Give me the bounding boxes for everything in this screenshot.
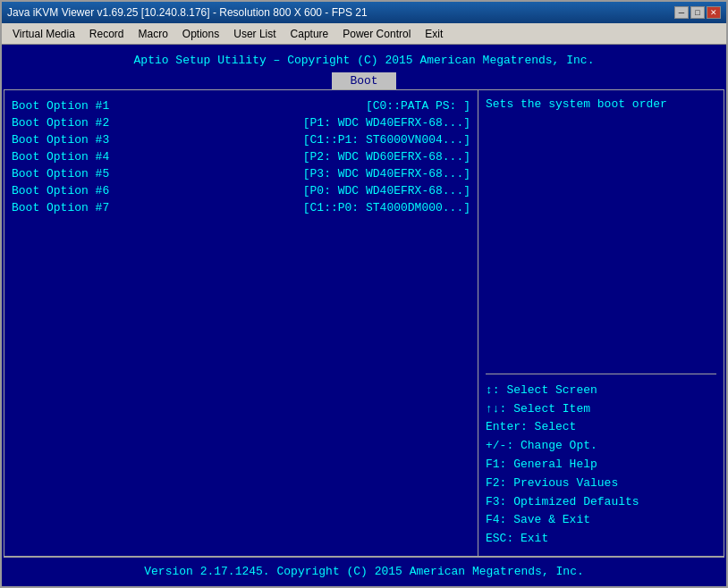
bios-help-text: Sets the system boot order bbox=[486, 97, 716, 374]
window-controls: ─ □ ✕ bbox=[674, 6, 721, 19]
menu-record[interactable]: Record bbox=[82, 26, 131, 42]
bios-footer-text: Version 2.17.1245. Copyright (C) 2015 Am… bbox=[144, 565, 583, 578]
boot-option-4[interactable]: Boot Option #4 [P2: WDC WD60EFRX-68...] bbox=[8, 148, 474, 165]
boot-value-3: [C1::P1: ST6000VN004...] bbox=[303, 133, 470, 147]
boot-option-1[interactable]: Boot Option #1 [C0::PATA PS: ] bbox=[8, 97, 474, 114]
shortcut-select-item: ↑↓: Select Item bbox=[486, 400, 716, 419]
shortcut-change-opt: +/-: Change Opt. bbox=[486, 437, 716, 456]
shortcut-f1: F1: General Help bbox=[486, 456, 716, 475]
boot-value-6: [P0: WDC WD40EFRX-68...] bbox=[303, 184, 470, 197]
boot-value-1: [C0::PATA PS: ] bbox=[366, 99, 470, 113]
window-title: Java iKVM Viewer v1.69.25 [10.240.8.176]… bbox=[7, 6, 674, 19]
shortcut-f2: F2: Previous Values bbox=[486, 475, 716, 493]
shortcut-esc: ESC: Exit bbox=[486, 530, 716, 549]
boot-label-2: Boot Option #2 bbox=[12, 116, 155, 130]
bios-container: Aptio Setup Utility – Copyright (C) 2015… bbox=[2, 45, 726, 586]
menu-user-list[interactable]: User List bbox=[226, 26, 283, 42]
bios-shortcuts: ↕: Select Screen ↑↓: Select Item Enter: … bbox=[486, 382, 716, 549]
boot-label-4: Boot Option #4 bbox=[12, 150, 155, 164]
boot-option-7[interactable]: Boot Option #7 [C1::P0: ST4000DM000...] bbox=[8, 199, 474, 216]
boot-label-6: Boot Option #6 bbox=[12, 184, 155, 197]
maximize-button[interactable]: □ bbox=[690, 6, 705, 19]
menu-virtual-media[interactable]: Virtual Media bbox=[5, 26, 82, 42]
boot-label-5: Boot Option #5 bbox=[12, 167, 155, 181]
boot-option-2[interactable]: Boot Option #2 [P1: WDC WD40EFRX-68...] bbox=[8, 114, 474, 131]
boot-option-5[interactable]: Boot Option #5 [P3: WDC WD40EFRX-68...] bbox=[8, 165, 474, 182]
menu-bar: Virtual Media Record Macro Options User … bbox=[2, 23, 726, 45]
boot-value-2: [P1: WDC WD40EFRX-68...] bbox=[303, 116, 470, 130]
menu-exit[interactable]: Exit bbox=[418, 26, 450, 42]
bios-left-pane: Boot Option #1 [C0::PATA PS: ] Boot Opti… bbox=[4, 90, 478, 556]
close-button[interactable]: ✕ bbox=[707, 6, 721, 19]
shortcut-f3: F3: Optimized Defaults bbox=[486, 493, 716, 512]
menu-capture[interactable]: Capture bbox=[284, 26, 336, 42]
boot-value-7: [C1::P0: ST4000DM000...] bbox=[303, 201, 470, 214]
shortcut-f4: F4: Save & Exit bbox=[486, 511, 716, 530]
main-window: Java iKVM Viewer v1.69.25 [10.240.8.176]… bbox=[0, 0, 728, 588]
boot-option-3[interactable]: Boot Option #3 [C1::P1: ST6000VN004...] bbox=[8, 131, 474, 148]
shortcut-enter: Enter: Select bbox=[486, 418, 716, 437]
menu-power-control[interactable]: Power Control bbox=[335, 26, 418, 42]
boot-label-1: Boot Option #1 bbox=[12, 99, 155, 113]
bios-main: Boot Option #1 [C0::PATA PS: ] Boot Opti… bbox=[4, 89, 724, 557]
minimize-button[interactable]: ─ bbox=[674, 6, 689, 19]
boot-value-4: [P2: WDC WD60EFRX-68...] bbox=[303, 150, 470, 164]
bios-footer: Version 2.17.1245. Copyright (C) 2015 Am… bbox=[4, 557, 724, 584]
boot-label-3: Boot Option #3 bbox=[12, 133, 155, 147]
menu-options[interactable]: Options bbox=[175, 26, 226, 42]
tab-boot[interactable]: Boot bbox=[332, 72, 395, 89]
menu-macro[interactable]: Macro bbox=[131, 26, 175, 42]
boot-label-7: Boot Option #7 bbox=[12, 201, 155, 214]
bios-header: Aptio Setup Utility – Copyright (C) 2015… bbox=[2, 45, 726, 71]
boot-value-5: [P3: WDC WD40EFRX-68...] bbox=[303, 167, 470, 181]
boot-option-6[interactable]: Boot Option #6 [P0: WDC WD40EFRX-68...] bbox=[8, 182, 474, 199]
bios-header-title: Aptio Setup Utility – Copyright (C) 2015… bbox=[2, 50, 726, 71]
shortcut-select-screen: ↕: Select Screen bbox=[486, 382, 716, 400]
title-bar: Java iKVM Viewer v1.69.25 [10.240.8.176]… bbox=[2, 2, 726, 23]
bios-tabs: Boot bbox=[2, 72, 726, 89]
bios-right-pane: Sets the system boot order ↕: Select Scr… bbox=[478, 90, 724, 556]
